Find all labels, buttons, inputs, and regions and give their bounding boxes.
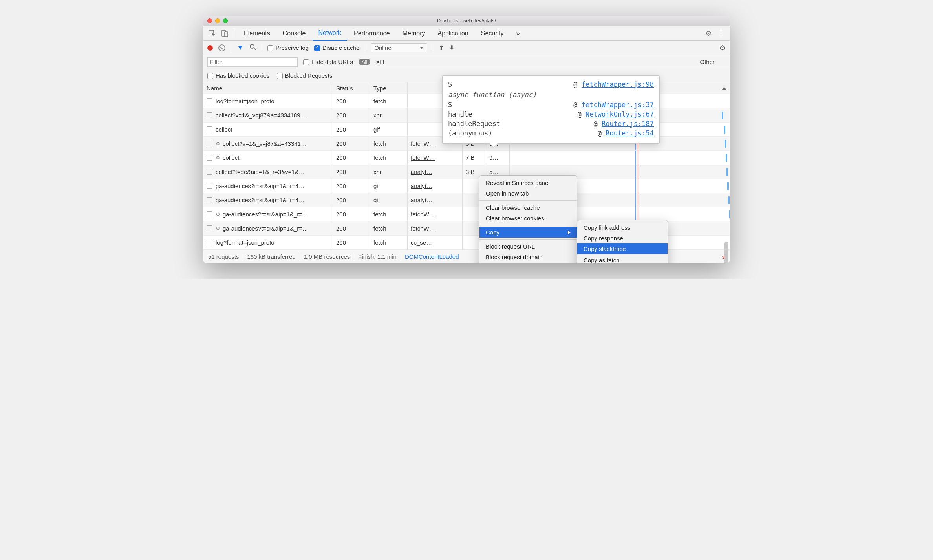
submenu-item[interactable]: Copy link address <box>577 222 668 233</box>
at-symbol: @ <box>573 81 581 88</box>
request-status: 200 <box>333 179 370 193</box>
has-blocked-cookies-checkbox[interactable]: Has blocked cookies <box>207 72 270 79</box>
kebab-menu-icon[interactable]: ⋮ <box>715 28 726 39</box>
tab-performance[interactable]: Performance <box>348 26 395 41</box>
submenu-item[interactable]: Copy response <box>577 233 668 243</box>
at-symbol: @ <box>578 110 585 118</box>
menu-item-label: Reveal in Sources panel <box>486 179 550 186</box>
status-dcl: DOMContentLoaded <box>405 253 459 260</box>
device-toggle-icon[interactable] <box>219 28 230 39</box>
request-type: fetch <box>370 137 408 150</box>
callstack-source-link[interactable]: Router.js:54 <box>606 129 654 137</box>
col-name[interactable]: Name <box>203 82 333 94</box>
request-initiator[interactable]: analyt… <box>408 193 463 207</box>
main-tabbar: ElementsConsoleNetworkPerformanceMemoryA… <box>203 26 730 41</box>
submenu-arrow-icon <box>568 231 571 234</box>
filter-type-all[interactable]: All <box>359 59 370 65</box>
callstack-source-link[interactable]: fetchWrapper.js:98 <box>582 81 654 88</box>
hide-data-urls-checkbox[interactable]: Hide data URLs <box>303 59 353 66</box>
settings-gear-icon[interactable]: ⚙ <box>703 28 714 39</box>
blocked-requests-checkbox[interactable]: Blocked Requests <box>277 72 333 79</box>
callstack-frame[interactable]: handleRequest@ Router.js:187 <box>448 119 654 128</box>
status-resources: 1.0 MB resources <box>304 253 350 260</box>
row-checkbox[interactable] <box>207 112 212 118</box>
tab-elements[interactable]: Elements <box>238 26 276 41</box>
row-checkbox[interactable] <box>207 211 212 217</box>
filter-type-other[interactable]: Other <box>700 59 715 65</box>
inspect-icon[interactable] <box>207 28 218 39</box>
request-name: log?format=json_proto <box>216 98 274 104</box>
callstack-frame[interactable]: handle@ NetworkOnly.js:67 <box>448 110 654 119</box>
request-status: 200 <box>333 94 370 108</box>
request-type: gif <box>370 179 408 193</box>
row-checkbox[interactable] <box>207 169 212 175</box>
menu-item[interactable]: Clear browser cache <box>479 202 577 213</box>
row-checkbox[interactable] <box>207 197 212 203</box>
table-row[interactable]: collect?t=dc&aip=1&_r=3&v=1&…200xhranaly… <box>203 165 730 179</box>
request-initiator[interactable]: fetchW… <box>408 207 463 221</box>
callstack-frame[interactable]: (anonymous)@ Router.js:54 <box>448 128 654 138</box>
clear-button[interactable] <box>218 44 225 51</box>
upload-har-icon[interactable]: ⬆ <box>439 44 444 51</box>
tab-memory[interactable]: Memory <box>397 26 431 41</box>
col-status[interactable]: Status <box>333 82 370 94</box>
tab-network[interactable]: Network <box>313 26 347 41</box>
callstack-source-link[interactable]: NetworkOnly.js:67 <box>585 110 654 118</box>
callstack-frame[interactable]: S@ fetchWrapper.js:98 <box>448 80 654 89</box>
request-time: 9… <box>486 151 510 165</box>
tab-console[interactable]: Console <box>277 26 311 41</box>
tab-application[interactable]: Application <box>432 26 474 41</box>
menu-item[interactable]: Clear browser cookies <box>479 213 577 223</box>
tabs-overflow[interactable]: » <box>511 26 525 41</box>
row-checkbox[interactable] <box>207 225 212 231</box>
request-name: ga-audiences?t=sr&aip=1&_r=4… <box>216 183 304 189</box>
row-checkbox[interactable] <box>207 126 212 132</box>
callstack-source-link[interactable]: fetchWrapper.js:37 <box>582 101 654 109</box>
menu-item[interactable]: Block request URL <box>479 241 577 252</box>
col-type[interactable]: Type <box>370 82 408 94</box>
submenu-item[interactable]: Copy as fetch <box>577 255 668 263</box>
request-initiator[interactable]: cc_se… <box>408 236 463 249</box>
submenu-item[interactable]: Copy stacktrace <box>577 243 668 254</box>
menu-item[interactable]: Open in new tab <box>479 188 577 199</box>
callstack-frame[interactable]: S@ fetchWrapper.js:37 <box>448 100 654 110</box>
request-initiator[interactable]: analyt… <box>408 165 463 179</box>
disable-cache-checkbox[interactable]: Disable cache <box>314 44 359 51</box>
callstack-fn: handle <box>448 110 472 118</box>
throttling-select[interactable]: Online <box>371 43 427 52</box>
request-status: 200 <box>333 151 370 165</box>
table-row[interactable]: ga-audiences?t=sr&aip=1&_r=4…200gifanaly… <box>203 179 730 193</box>
menu-item[interactable]: Copy <box>479 227 577 238</box>
network-settings-gear-icon[interactable]: ⚙ <box>719 44 726 52</box>
row-checkbox[interactable] <box>207 240 212 245</box>
filter-toggle-icon[interactable]: ▼ <box>237 44 244 52</box>
row-checkbox[interactable] <box>207 183 212 189</box>
request-initiator[interactable]: analyt… <box>408 179 463 193</box>
record-button[interactable] <box>207 45 213 51</box>
request-initiator[interactable]: fetchW… <box>408 221 463 235</box>
search-icon[interactable] <box>249 44 256 52</box>
row-checkbox[interactable] <box>207 141 212 146</box>
status-requests: 51 requests <box>208 253 239 260</box>
tab-security[interactable]: Security <box>476 26 509 41</box>
request-name: collect?t=dc&aip=1&_r=3&v=1&… <box>216 168 305 175</box>
request-name: ga-audiences?t=sr&aip=1&_r=… <box>223 211 308 218</box>
download-har-icon[interactable]: ⬇ <box>449 44 454 51</box>
request-initiator[interactable]: fetchW… <box>408 151 463 165</box>
service-worker-gear-icon: ⚙ <box>216 141 220 146</box>
row-checkbox[interactable] <box>207 155 212 161</box>
callstack-fn: (anonymous) <box>448 129 492 137</box>
table-row[interactable]: ⚙ga-audiences?t=sr&aip=1&_r=…200fetchfet… <box>203 207 730 221</box>
callstack-source-link[interactable]: Router.js:187 <box>602 120 654 128</box>
table-row[interactable]: ga-audiences?t=sr&aip=1&_r=4…200gifanaly… <box>203 193 730 207</box>
menu-item[interactable]: Reveal in Sources panel <box>479 178 577 188</box>
filter-type-xhr[interactable]: XH <box>376 59 384 65</box>
menu-item-label: Copy <box>486 229 499 236</box>
menu-item[interactable]: Block request domain <box>479 252 577 262</box>
row-checkbox[interactable] <box>207 98 212 104</box>
request-type: gif <box>370 193 408 207</box>
filter-input[interactable] <box>207 57 298 67</box>
scrollbar-thumb[interactable] <box>724 242 728 263</box>
preserve-log-checkbox[interactable]: Preserve log <box>267 44 309 51</box>
table-row[interactable]: ⚙collect200fetchfetchW…7 B9… <box>203 151 730 165</box>
